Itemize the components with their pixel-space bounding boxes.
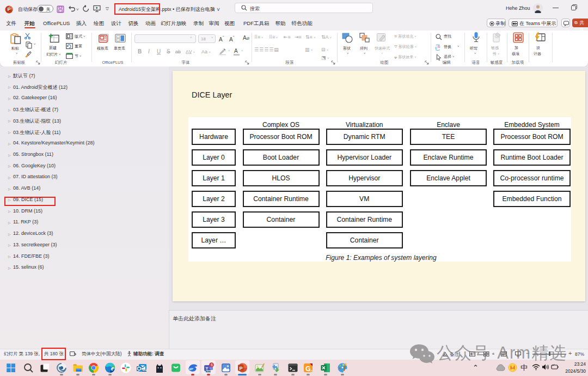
svg-text:P: P <box>240 366 243 371</box>
svg-text:NEW: NEW <box>206 370 211 372</box>
svg-text:PDF: PDF <box>309 370 313 372</box>
svg-text:c: c <box>435 45 437 50</box>
svg-text:NEW: NEW <box>143 369 148 372</box>
svg-text:P: P <box>8 7 11 12</box>
svg-text:6: 6 <box>211 363 213 367</box>
